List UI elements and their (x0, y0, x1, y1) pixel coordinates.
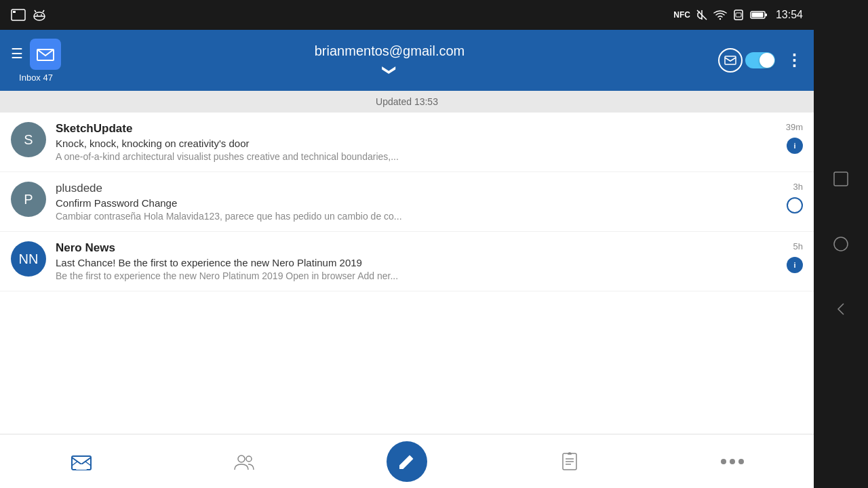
email-subject-2: Confirm Password Change (56, 197, 777, 209)
svg-rect-17 (76, 464, 87, 470)
svg-point-27 (738, 459, 744, 464)
android-recent-apps-icon[interactable] (829, 167, 853, 191)
svg-rect-1 (13, 11, 16, 13)
account-email[interactable]: brianmentos@gmail.com (315, 43, 465, 59)
email-preview-1: A one-of-a-kind architectural visualist … (56, 151, 776, 162)
email-sender-3: Nero News (56, 241, 777, 255)
mute-icon (696, 9, 708, 21)
email-meta-3: 5h i (787, 241, 803, 273)
header-left[interactable]: ☰ Inbox 47 (11, 39, 61, 83)
bottom-nav (0, 434, 814, 488)
app-header: ☰ Inbox 47 brianmentos@gmail.com ❯ (0, 30, 814, 91)
email-content-2: plusdede Confirm Password Change Cambiar… (56, 182, 777, 222)
unread-indicator-3: i (787, 257, 803, 273)
avatar-plusdede: P (11, 182, 46, 217)
status-bar: NFC 13:54 (0, 0, 814, 30)
email-subject-3: Last Chance! Be the first to experience … (56, 257, 777, 268)
svg-rect-28 (834, 172, 848, 186)
svg-rect-10 (736, 13, 741, 17)
nav-inbox[interactable] (0, 434, 163, 488)
inbox-label[interactable]: Inbox 47 (19, 73, 53, 83)
nav-contacts[interactable] (163, 434, 326, 488)
android-home-icon[interactable] (829, 232, 853, 256)
svg-point-19 (246, 456, 252, 462)
svg-point-29 (834, 237, 848, 251)
email-content-1: SketchUpdate Knock, knock, knocking on c… (56, 122, 776, 162)
updated-bar: Updated 13:53 (0, 91, 814, 113)
svg-rect-12 (751, 13, 763, 18)
status-right-icons: NFC 13:54 (673, 9, 803, 21)
hamburger-icon[interactable]: ☰ (11, 45, 23, 62)
nav-tasks[interactable] (488, 434, 651, 488)
email-sender-1: SketchUpdate (56, 122, 776, 136)
email-time-1: 39m (786, 122, 803, 132)
email-meta-1: 39m i (786, 122, 803, 154)
avatar-sketchupdate: S (11, 122, 46, 157)
svg-point-6 (37, 14, 38, 16)
android-nav-bar (814, 0, 868, 488)
nav-more[interactable] (651, 434, 814, 488)
gmail-logo (30, 39, 61, 70)
status-left-icons (11, 9, 46, 21)
svg-line-5 (43, 10, 44, 12)
svg-rect-13 (765, 14, 767, 16)
email-preview-2: Cambiar contraseña Hola Malavida123, par… (56, 211, 777, 222)
nfc-label: NFC (673, 10, 690, 20)
nav-compose[interactable] (326, 434, 488, 488)
wifi-icon (713, 9, 727, 20)
read-indicator-2 (787, 197, 803, 214)
avatar-nero-news: NN (11, 241, 46, 277)
svg-point-26 (730, 459, 735, 464)
email-preview-3: Be the first to experience the new Nero … (56, 270, 777, 281)
email-time-2: 3h (793, 182, 803, 192)
header-center[interactable]: brianmentos@gmail.com ❯ (61, 43, 718, 78)
email-item-1[interactable]: S SketchUpdate Knock, knock, knocking on… (0, 113, 814, 172)
svg-line-4 (35, 10, 36, 12)
email-sender-2: plusdede (56, 182, 777, 195)
mail-notification-icon (718, 48, 743, 73)
battery-icon (750, 10, 768, 20)
email-item-2[interactable]: P plusdede Confirm Password Change Cambi… (0, 172, 814, 232)
svg-point-25 (721, 459, 726, 464)
email-item-3[interactable]: NN Nero News Last Chance! Be the first t… (0, 232, 814, 291)
more-options-icon[interactable]: ⋮ (786, 51, 803, 70)
header-right: ⋮ (718, 48, 803, 73)
email-content-3: Nero News Last Chance! Be the first to e… (56, 241, 777, 281)
android-icon (33, 9, 46, 21)
email-subject-1: Knock, knock, knocking on creativity's d… (56, 138, 776, 149)
email-list: S SketchUpdate Knock, knock, knocking on… (0, 113, 814, 434)
svg-point-18 (238, 455, 245, 462)
notification-toggle[interactable] (718, 48, 775, 73)
compose-button[interactable] (387, 441, 427, 482)
notification-toggle-switch[interactable] (745, 52, 775, 68)
clock: 13:54 (776, 9, 803, 21)
svg-rect-15 (725, 56, 736, 64)
updated-text: Updated 13:53 (376, 96, 438, 107)
toggle-knob (760, 53, 774, 68)
svg-point-7 (41, 14, 42, 16)
sim-icon (732, 9, 745, 21)
screenshot-icon (11, 9, 26, 21)
email-time-3: 5h (793, 241, 803, 251)
email-meta-2: 3h (787, 182, 803, 214)
unread-indicator-1: i (787, 138, 803, 154)
dropdown-arrow-icon[interactable]: ❯ (382, 64, 398, 75)
android-back-icon[interactable] (829, 297, 853, 321)
